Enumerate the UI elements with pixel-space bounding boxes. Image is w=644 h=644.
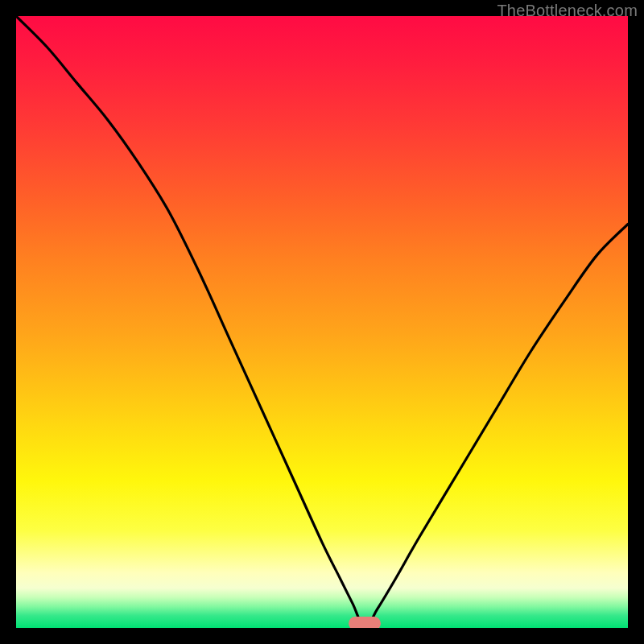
bottleneck-curve xyxy=(16,16,628,628)
min-marker xyxy=(349,617,381,628)
plot-area xyxy=(16,16,628,628)
watermark-text: TheBottleneck.com xyxy=(497,2,638,20)
chart-frame: TheBottleneck.com xyxy=(0,0,644,644)
